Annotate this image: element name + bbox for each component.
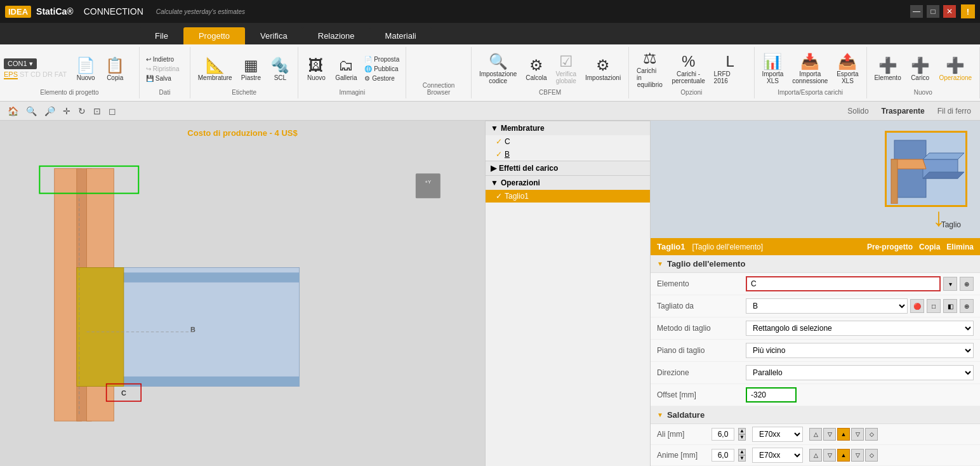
con1-dropdown[interactable]: CON1 ▾ xyxy=(4,58,37,69)
zoom-button[interactable]: 🔎 xyxy=(42,105,58,117)
saldature-section-header[interactable]: ▼ Saldature xyxy=(651,406,980,424)
operazione-button[interactable]: ➕ Operazione xyxy=(936,50,976,88)
tagliato-da-select[interactable]: B xyxy=(746,298,908,314)
elimina-action[interactable]: Elimina xyxy=(946,243,974,251)
tree-membrature-header[interactable]: ▼ Membrature xyxy=(486,121,650,135)
tagliato-da-btn4[interactable]: ⊕ xyxy=(960,299,974,313)
ali-up-button[interactable]: ▲ xyxy=(738,428,746,434)
verifica-globale-label2: globale xyxy=(556,77,576,84)
carico-button[interactable]: ➕ Carico xyxy=(906,50,934,88)
copia-action[interactable]: Copia xyxy=(919,243,940,251)
carichi-equilibrio-label: Carichi in xyxy=(637,67,663,81)
impostazioni-button[interactable]: ⚙ Impostazioni xyxy=(581,50,625,88)
ali-input[interactable] xyxy=(712,428,734,441)
indietro-button[interactable]: ↩ Indietro xyxy=(143,55,182,63)
ali-down-button[interactable]: ▼ xyxy=(738,434,746,441)
elemento-pick-btn[interactable]: ⊕ xyxy=(960,277,974,291)
pre-progetto-action[interactable]: Pre-progetto xyxy=(867,243,913,251)
salva-button[interactable]: 💾 Salva xyxy=(143,74,182,83)
esporta-xls-button[interactable]: 📤 Esporta XLS xyxy=(833,50,862,88)
elemento-input[interactable] xyxy=(746,276,941,291)
cd-tab[interactable]: CD xyxy=(30,70,41,79)
metodo-taglio-select[interactable]: Rettangolo di selezione xyxy=(746,321,974,336)
metodo-taglio-label: Metodo di taglio xyxy=(657,324,746,333)
anime-weld-btn2[interactable]: ▽ xyxy=(823,449,836,462)
tab-materiali[interactable]: Materiali xyxy=(370,27,432,44)
section-button[interactable]: ◻ xyxy=(106,105,119,117)
home-view-button[interactable]: 🏠 xyxy=(5,105,21,117)
tab-file[interactable]: File xyxy=(140,27,183,44)
taglio-section-header[interactable]: ▼ Taglio dell'elemento xyxy=(651,255,980,273)
anime-weld-btn5[interactable]: ◇ xyxy=(865,449,878,462)
impostazione-codice-button[interactable]: 🔍 Impostazione codice xyxy=(475,50,520,88)
view-trasparente[interactable]: Trasparente xyxy=(878,105,929,117)
fit-button[interactable]: ⊡ xyxy=(91,105,103,117)
tagliato-da-btn1[interactable]: 🔴 xyxy=(910,299,924,313)
nuovo-button[interactable]: 📄 Nuovo xyxy=(72,50,100,88)
copia-button[interactable]: 📋 Copia xyxy=(101,50,129,88)
st-tab[interactable]: ST xyxy=(20,70,29,79)
scl-button[interactable]: 🔩 SCL xyxy=(266,50,294,88)
anime-input[interactable] xyxy=(712,449,734,462)
title-bar: IDEA StatiCa® CONNECTION Calculate yeste… xyxy=(0,0,980,23)
rotate-button[interactable]: ↻ xyxy=(76,105,88,117)
proposta-button[interactable]: 📄 Proposta xyxy=(362,55,402,63)
close-button[interactable]: ✕ xyxy=(943,5,956,18)
ali-weld-btn4[interactable]: ▽ xyxy=(851,428,864,441)
tagliato-da-btn3[interactable]: ◧ xyxy=(943,299,957,313)
verifica-globale-button[interactable]: ☑ Verifica globale xyxy=(552,50,580,88)
tab-verifica[interactable]: Verifica xyxy=(245,27,303,44)
galleria-button[interactable]: 🗂 Galleria xyxy=(331,50,361,88)
canvas-area[interactable]: Costo di produzione - 4 US$ +Y B xyxy=(0,121,485,466)
anime-down-button[interactable]: ▼ xyxy=(738,455,746,462)
lrfd-button[interactable]: L LRFD 2016 xyxy=(710,50,750,88)
elemento-select-btn[interactable]: ▾ xyxy=(943,277,957,291)
tree-effetti-header[interactable]: ▶ Effetti del carico xyxy=(486,161,650,175)
membrature-button[interactable]: 📐 Membrature xyxy=(194,50,235,88)
ali-material-select[interactable]: E70xx xyxy=(752,427,803,442)
view-solid[interactable]: Solido xyxy=(844,105,872,117)
anime-up-button[interactable]: ▲ xyxy=(738,449,746,455)
gestore-button[interactable]: ⚙ Gestore xyxy=(362,74,402,83)
anime-material-select[interactable]: E70xx xyxy=(752,448,803,463)
tree-member-b[interactable]: ✓ B xyxy=(486,148,650,161)
tagliato-da-btn2[interactable]: □ xyxy=(927,299,941,313)
maximize-button[interactable]: □ xyxy=(927,5,939,18)
anime-weld-btn1[interactable]: △ xyxy=(809,449,822,462)
anime-weld-btn3[interactable]: ▲ xyxy=(837,449,850,462)
ali-weld-btn3[interactable]: ▲ xyxy=(837,428,850,441)
fat-tab[interactable]: FAT xyxy=(55,70,67,79)
importa-connessione-button[interactable]: 📥 Importa connessione xyxy=(788,50,831,88)
nuovo-img-button[interactable]: 🖼 Nuovo xyxy=(302,50,330,88)
tab-relazione[interactable]: Relazione xyxy=(303,27,370,44)
ali-weld-btn2[interactable]: ▽ xyxy=(823,428,836,441)
dr-tab[interactable]: DR xyxy=(43,70,53,79)
minimize-button[interactable]: — xyxy=(910,5,923,18)
piastre-button[interactable]: ▦ Piastre xyxy=(237,50,265,88)
calcola-button[interactable]: ⚙ Calcola xyxy=(522,50,550,88)
tree-taglio1[interactable]: ✓ Taglio1 xyxy=(486,190,650,203)
beam-c-label: C xyxy=(121,389,126,397)
carichi-percentuale-button[interactable]: % Carichi - percentuale xyxy=(668,50,709,88)
piano-taglio-select[interactable]: Più vicino xyxy=(746,343,974,358)
elemento-nuovo-button[interactable]: ➕ Elemento xyxy=(871,50,905,88)
tree-membrature-label: Membrature xyxy=(501,124,545,133)
pan-button[interactable]: ✛ xyxy=(60,105,73,117)
tree-label-c: C xyxy=(505,137,510,146)
eps-tab[interactable]: EPS xyxy=(4,70,18,79)
direzione-select[interactable]: Parallelo xyxy=(746,365,974,380)
offset-input[interactable] xyxy=(746,387,797,403)
tree-operazioni-header[interactable]: ▼ Operazioni xyxy=(486,175,650,190)
tree-member-c[interactable]: ✓ C xyxy=(486,135,650,148)
tab-progetto[interactable]: Progetto xyxy=(183,27,245,44)
importa-xls-button[interactable]: 📊 Importa XLS xyxy=(758,50,788,88)
ali-weld-btn5[interactable]: ◇ xyxy=(865,428,878,441)
pubblica-button[interactable]: 🌐 Pubblica xyxy=(362,65,402,73)
nuovo-label: Nuovo xyxy=(77,74,95,81)
ripristina-button[interactable]: ↪ Ripristina xyxy=(143,65,182,73)
view-fildi-ferro[interactable]: Fil di ferro xyxy=(934,105,975,117)
zoom-extent-button[interactable]: 🔍 xyxy=(23,105,39,117)
ali-weld-btn1[interactable]: △ xyxy=(809,428,822,441)
carichi-equilibrio-button[interactable]: ⚖ Carichi in equilibrio xyxy=(633,50,667,88)
anime-weld-btn4[interactable]: ▽ xyxy=(851,449,864,462)
